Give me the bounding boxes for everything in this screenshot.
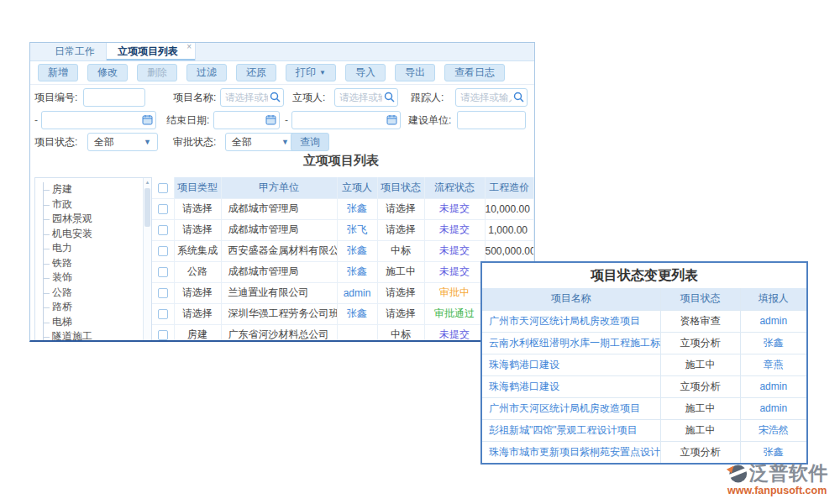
- delete-button[interactable]: 删除: [137, 64, 177, 81]
- query-button[interactable]: 查询: [291, 133, 329, 151]
- table-header-row: 项目类型 甲方单位 立项人 项目状态 流程状态 工程造价: [152, 177, 534, 198]
- search-icon[interactable]: [384, 92, 395, 102]
- tree-item-electric[interactable]: 电力: [50, 241, 151, 256]
- view-log-button[interactable]: 查看日志: [444, 64, 505, 81]
- calendar-icon[interactable]: [386, 114, 397, 125]
- tab-close-icon[interactable]: ×: [186, 43, 192, 51]
- tree-item-railway[interactable]: 铁路: [50, 256, 151, 271]
- creator-link[interactable]: 张鑫: [347, 265, 367, 277]
- status-row[interactable]: 广州市天河区统计局机房改造项目 资格审查 admin: [482, 310, 806, 332]
- flow-status: 未提交: [439, 223, 470, 235]
- creator-link[interactable]: admin: [344, 287, 371, 299]
- tree-item-mechatronics[interactable]: 机电安装: [50, 227, 151, 242]
- vendor-logo: 泛普软件 www.fanpusoft.com: [726, 460, 828, 496]
- row-checkbox[interactable]: [158, 204, 168, 214]
- build-unit-label: 建设单位:: [408, 111, 451, 129]
- project-name-link[interactable]: 珠海鹤港口建设: [489, 359, 559, 370]
- restore-button[interactable]: 还原: [236, 64, 276, 81]
- tree-item-highway[interactable]: 公路: [50, 286, 151, 301]
- tree-item-municipal[interactable]: 市政: [50, 197, 151, 213]
- tab-daily-work[interactable]: 日常工作: [44, 43, 106, 60]
- project-status-value: 全部: [94, 135, 114, 150]
- filter-form: 项目编号: 项目名称: 立项人: 跟踪人:: [30, 85, 534, 155]
- row-checkbox[interactable]: [158, 246, 168, 256]
- reporter-link[interactable]: 章燕: [764, 359, 784, 370]
- search-icon[interactable]: [513, 92, 524, 102]
- project-name-link[interactable]: 云南水利枢纽潜明水库一期工程施工标: [489, 337, 660, 349]
- tree-item-bridge[interactable]: 路桥: [50, 300, 151, 315]
- project-status-label: 项目状态:: [34, 133, 77, 151]
- creator-link[interactable]: 张鑫: [347, 202, 367, 214]
- col-header-project-status: 项目状态: [660, 288, 740, 310]
- table-row[interactable]: 请选择 兰迪置业有限公司 admin 请选择 审批中: [152, 282, 534, 303]
- reporter-link[interactable]: admin: [759, 315, 787, 327]
- tree-item-housing[interactable]: 房建: [50, 182, 151, 197]
- export-button[interactable]: 导出: [395, 64, 435, 81]
- calendar-icon[interactable]: [265, 114, 276, 125]
- start-date-input[interactable]: [41, 111, 156, 129]
- row-checkbox[interactable]: [158, 309, 168, 319]
- row-checkbox[interactable]: [158, 330, 168, 340]
- print-button[interactable]: 打印 ▼: [286, 64, 336, 81]
- flow-status: 未提交: [439, 202, 470, 214]
- reporter-link[interactable]: 张鑫: [764, 446, 784, 458]
- creator-link[interactable]: 张鑫: [347, 244, 367, 256]
- project-name-link[interactable]: 珠海鹤港口建设: [489, 381, 559, 392]
- tree-item-landscape[interactable]: 园林景观: [50, 212, 151, 227]
- project-name-link[interactable]: 珠海市城市更新项目紫桐苑安置点设计项目: [489, 446, 660, 458]
- end-date-label: 结束日期:: [166, 111, 209, 129]
- select-all-checkbox[interactable]: [158, 183, 168, 193]
- reporter-link[interactable]: admin: [759, 402, 787, 414]
- col-header-creator: 立项人: [337, 177, 377, 198]
- tracker-field-wrap: [455, 88, 528, 107]
- project-name-link[interactable]: 彭祖新城"四馆"景观工程设计项目: [489, 424, 638, 436]
- reporter-link[interactable]: admin: [759, 381, 787, 392]
- creator-field-wrap: [334, 88, 398, 107]
- project-status-select[interactable]: 全部 ▼: [87, 133, 158, 151]
- project-name-field-wrap: [220, 88, 284, 107]
- reporter-link[interactable]: 张鑫: [764, 337, 784, 349]
- chevron-down-icon: ▼: [144, 138, 151, 146]
- approval-status-select[interactable]: 全部 ▼: [225, 133, 296, 151]
- tab-project-list[interactable]: 立项项目列表 ×: [106, 43, 196, 60]
- status-row[interactable]: 云南水利枢纽潜明水库一期工程施工标 立项分析 张鑫: [482, 332, 806, 354]
- project-name-label: 项目名称:: [173, 88, 216, 107]
- creator-link[interactable]: 张飞: [347, 223, 367, 235]
- add-button[interactable]: 新增: [38, 64, 78, 81]
- table-row[interactable]: 请选择 成都城市管理局 张飞 请选择 未提交 1,000.00: [152, 219, 534, 240]
- reporter-link[interactable]: 宋浩然: [759, 424, 789, 436]
- vendor-name: 泛普软件: [749, 460, 828, 486]
- table-row[interactable]: 系统集成 西安盛器金属材料有限公司 张鑫 中标 未提交 500,000.00: [152, 240, 534, 261]
- table-row[interactable]: 请选择 成都城市管理局 张鑫 请选择 未提交 10,000.00: [152, 198, 534, 219]
- import-button[interactable]: 导入: [345, 64, 386, 81]
- project-no-field-wrap: [83, 88, 145, 107]
- approval-status-label: 审批状态:: [173, 133, 216, 151]
- table-row[interactable]: 房建 广东省河沙材料总公司 中标 未提交: [152, 324, 534, 342]
- status-table: 项目名称 项目状态 填报人 广州市天河区统计局机房改造项目 资格审查 admin…: [482, 288, 806, 464]
- row-checkbox[interactable]: [158, 288, 168, 298]
- project-no-input[interactable]: [83, 88, 145, 107]
- project-name-link[interactable]: 广州市天河区统计局机房改造项目: [489, 315, 640, 327]
- calendar-icon[interactable]: [142, 114, 153, 125]
- search-icon[interactable]: [270, 92, 281, 102]
- table-row[interactable]: 公路 成都城市管理局 张鑫 施工中 未提交: [152, 261, 534, 282]
- modify-button[interactable]: 修改: [87, 64, 128, 81]
- status-row[interactable]: 珠海鹤港口建设 施工中 章燕: [482, 354, 806, 375]
- creator-link[interactable]: 张鑫: [347, 307, 367, 319]
- row-checkbox[interactable]: [158, 225, 168, 235]
- vendor-url[interactable]: www.fanpusoft.com: [726, 485, 828, 496]
- status-row[interactable]: 广州市天河区统计局机房改造项目 施工中 admin: [482, 397, 806, 419]
- status-row[interactable]: 彭祖新城"四馆"景观工程设计项目 施工中 宋浩然: [482, 419, 806, 441]
- filter-button[interactable]: 过滤: [186, 64, 227, 81]
- tree-item-elevator[interactable]: 电梯: [50, 315, 151, 330]
- status-panel-title: 项目状态变更列表: [482, 263, 806, 288]
- chevron-down-icon: ▼: [281, 138, 289, 146]
- tree-item-decoration[interactable]: 装饰: [50, 270, 151, 286]
- build-unit-input[interactable]: [457, 111, 526, 129]
- project-name-link[interactable]: 广州市天河区统计局机房改造项目: [489, 402, 640, 414]
- table-row[interactable]: 请选择 深圳华强工程劳务公司班组 张鑫 请选择 审批通过: [152, 303, 534, 324]
- tree-item-tunnel[interactable]: 隧道施工: [50, 329, 151, 342]
- row-checkbox[interactable]: [158, 267, 168, 277]
- end-date2-input[interactable]: [291, 111, 401, 129]
- status-row[interactable]: 珠海鹤港口建设 立项分析 admin: [482, 375, 806, 397]
